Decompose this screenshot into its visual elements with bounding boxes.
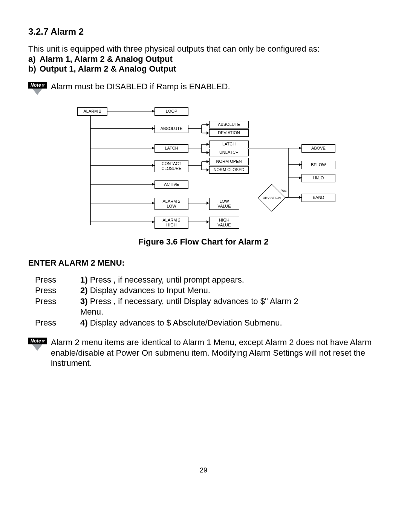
- note-arrow-icon: [32, 88, 43, 95]
- step-num: 4): [80, 318, 88, 327]
- box-latch-opt: LATCH: [209, 141, 249, 148]
- arrow-icon: [207, 143, 209, 146]
- step-text-a: Press , if necessary, until Display adva…: [88, 297, 268, 306]
- box-band: BAND: [301, 194, 335, 202]
- figure-caption: Figure 3.6 Flow Chart for Alarm 2: [28, 237, 379, 247]
- arrow-icon: [152, 147, 155, 150]
- note-icon: Note: [28, 81, 46, 95]
- step-4: Press 4) Display advances to $ Absolute/…: [35, 318, 379, 329]
- page-number: 29: [28, 466, 379, 474]
- arrow-icon: [299, 176, 301, 179]
- box-loop: LOOP: [155, 107, 188, 116]
- intro-text: This unit is equipped with three physica…: [28, 44, 379, 54]
- arrow-icon: [207, 202, 209, 205]
- step-3-cont: Menu.: [35, 307, 379, 318]
- config-text: Output 1, Alarm 2 & Analog Output: [40, 64, 176, 74]
- step-text-a: Display advances to: [88, 286, 167, 295]
- note-1: Note Alarm must be DISABLED if Ramp is E…: [28, 81, 379, 95]
- box-low-value: LOW VALUE: [209, 198, 239, 210]
- arrow-icon: [207, 160, 209, 163]
- box-hilo: HI/LO: [301, 174, 335, 182]
- box-active: ACTIVE: [155, 180, 188, 189]
- config-text: Alarm 1, Alarm 2 & Analog Output: [40, 54, 173, 64]
- arrow-icon: [299, 163, 301, 166]
- arrow-icon: [299, 196, 301, 199]
- press-label: [35, 307, 80, 318]
- step-text-b: Alarm 2: [268, 297, 298, 306]
- box-unlatch-opt: UNLATCH: [209, 149, 249, 156]
- press-label: Press: [35, 296, 80, 307]
- box-norm-open: NORM OPEN: [209, 158, 249, 165]
- box-norm-closed: NORM CLOSED: [209, 166, 249, 174]
- note-badge-label: Note: [28, 82, 47, 89]
- arrow-icon: [207, 131, 209, 135]
- arrow-icon: [207, 151, 209, 154]
- box-absolute-opt: ABSOLUTE: [209, 121, 249, 128]
- arrow-icon: [152, 164, 155, 167]
- diamond-deviation-label: DEVIATION: [260, 196, 283, 200]
- press-label: Press: [35, 318, 80, 329]
- box-contact-closure: CONTACT CLOSURE: [155, 160, 188, 172]
- box-absolute: ABSOLUTE: [155, 125, 188, 133]
- step-text-a: Press , if necessary, until: [88, 275, 184, 284]
- arrow-icon: [207, 168, 209, 171]
- note-arrow-icon: [32, 344, 43, 351]
- step-text-a: Menu.: [80, 307, 103, 316]
- box-alarm2: ALARM 2: [77, 107, 107, 116]
- config-list: a) Alarm 1, Alarm 2 & Analog Output b) O…: [28, 54, 379, 74]
- config-letter: a): [28, 54, 40, 64]
- enter-menu-heading: ENTER ALARM 2 MENU:: [28, 258, 379, 268]
- arrow-icon: [152, 127, 155, 130]
- box-alarm2-high: ALARM 2 HIGH: [155, 217, 188, 229]
- box-alarm2-low: ALARM 2 LOW: [155, 198, 188, 210]
- press-label: Press: [35, 285, 80, 296]
- box-high-value: HIGH VALUE: [209, 217, 239, 229]
- arrow-icon: [152, 110, 155, 113]
- step-3: Press 3) Press , if necessary, until Dis…: [35, 296, 379, 307]
- arrow-icon: [152, 183, 155, 186]
- step-text-b: Absolute/Deviation Submenu.: [171, 318, 282, 327]
- note-2-text: Alarm 2 menu items are identical to Alar…: [51, 337, 379, 368]
- box-below: BELOW: [301, 161, 335, 169]
- arrow-icon: [152, 202, 155, 205]
- config-b: b) Output 1, Alarm 2 & Analog Output: [28, 64, 379, 74]
- step-text-a: Display advances to $: [88, 318, 171, 327]
- step-2: Press 2) Display advances to Input Menu.: [35, 285, 379, 296]
- arrow-icon: [152, 220, 155, 223]
- alarm2-flowchart: ALARM 2 LOOP ABSOLUTE ABSOLUTE DEVIATION…: [53, 104, 354, 232]
- box-above: ABOVE: [301, 144, 335, 153]
- yes-label: Yes: [278, 189, 289, 193]
- note-2: Note Alarm 2 menu items are identical to…: [28, 337, 379, 368]
- arrow-icon: [299, 147, 301, 150]
- config-a: a) Alarm 1, Alarm 2 & Analog Output: [28, 54, 379, 64]
- note-1-text: Alarm must be DISABLED if Ramp is ENABLE…: [51, 81, 230, 92]
- step-text-b: Input Menu.: [167, 286, 210, 295]
- config-letter: b): [28, 64, 40, 74]
- press-label: Press: [35, 275, 80, 286]
- note-icon: Note: [28, 337, 46, 351]
- box-latch: LATCH: [155, 144, 188, 153]
- arrow-icon: [207, 220, 209, 223]
- step-num: 2): [80, 286, 88, 295]
- step-1: Press 1) Press , if necessary, until pro…: [35, 275, 379, 286]
- step-num: 3): [80, 297, 88, 306]
- steps-list: Press 1) Press , if necessary, until pro…: [35, 275, 379, 329]
- box-deviation-opt: DEVIATION: [209, 129, 249, 137]
- step-text-b: prompt appears.: [184, 275, 244, 284]
- section-heading: 3.2.7 Alarm 2: [28, 26, 379, 37]
- note-badge-label: Note: [28, 338, 47, 344]
- step-num: 1): [80, 275, 88, 284]
- arrow-icon: [207, 123, 209, 126]
